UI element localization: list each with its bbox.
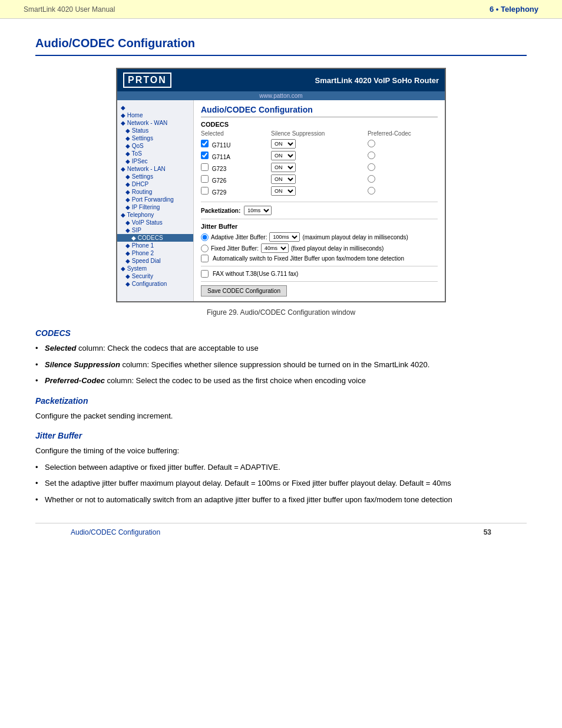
page-title: Audio/CODEC Configuration (35, 37, 527, 50)
fixed-jitter-label: Fixed Jitter Buffer: (211, 245, 259, 252)
sidebar-item-wan-settings[interactable]: ◆ Settings (117, 134, 193, 142)
fixed-jitter-select[interactable]: 40ms20ms60ms (261, 243, 289, 253)
fax-row: FAX without T.38(Use G.711 fax) (201, 270, 438, 278)
sidebar-item-routing[interactable]: ◆ Routing (117, 188, 193, 196)
jitter-bullet-1: Selection between adaptive or fixed jitt… (35, 462, 527, 473)
codec-g723-checkbox[interactable] (201, 163, 209, 171)
codec-row-g711u: G711U ONOFF (201, 138, 438, 150)
device-header: PRTON SmartLink 4020 VoIP SoHo Router (117, 69, 445, 91)
codec-g729-silence-select[interactable]: ONOFF (271, 186, 296, 196)
codec-g711a-preferred (368, 150, 438, 162)
codec-g723-preferred (368, 162, 438, 173)
sidebar-item-security[interactable]: ◆ Security (117, 272, 193, 280)
codec-g711a-check: G711A (201, 150, 271, 162)
sidebar-item-tos[interactable]: ◆ ToS (117, 150, 193, 157)
sidebar-item-voip-status[interactable]: ◆ VoIP Status (117, 219, 193, 226)
figure-caption: Figure 29. Audio/CODEC Configuration win… (35, 308, 527, 317)
jitter-body: Configure the timing of the voice buffer… (35, 445, 527, 457)
fax-label: FAX without T.38(Use G.711 fax) (213, 271, 298, 277)
auto-switch-checkbox[interactable] (201, 255, 209, 262)
save-codec-button[interactable]: Save CODEC Configuration (201, 285, 287, 297)
codec-g711a-silence: ONOFF (271, 150, 368, 162)
jitter-bullet-3: Whether or not to automatically switch f… (35, 494, 527, 506)
header-manual-title: SmartLink 4020 User Manual (24, 5, 115, 14)
codec-row-g711a: G711A ONOFF (201, 150, 438, 162)
sidebar-item-network-lan[interactable]: ◆ Network - LAN (117, 165, 193, 173)
sidebar-item-sip[interactable]: ◆ SIP (117, 226, 193, 234)
packetization-body: Configure the packet sending increment. (35, 410, 527, 422)
section-heading-codecs: CODECS (35, 328, 527, 338)
footer-right: 53 (484, 528, 491, 536)
codec-g711u-silence: ONOFF (271, 138, 368, 150)
jitter-bullet-list: Selection between adaptive or fixed jitt… (35, 462, 527, 506)
device-panel-title: Audio/CODEC Configuration (201, 105, 438, 117)
codec-g729-checkbox[interactable] (201, 187, 209, 195)
codec-g726-preferred (368, 173, 438, 185)
sidebar-item-ip-filtering[interactable]: ◆ IP Filtering (117, 203, 193, 211)
sidebar-item-configuration[interactable]: ◆ Configuration (117, 280, 193, 288)
sidebar-item-phone1[interactable]: ◆ Phone 1 (117, 242, 193, 249)
auto-switch-label: Automatically switch to Fixed Jitter Buf… (213, 255, 404, 262)
device-screenshot: PRTON SmartLink 4020 VoIP SoHo Router ww… (116, 68, 446, 302)
sidebar-item-status[interactable]: ◆ Status (117, 127, 193, 134)
jitter-divider (201, 266, 438, 266)
codec-g711u-checkbox[interactable] (201, 140, 209, 147)
sidebar-item-telephony[interactable]: ◆ Telephony (117, 211, 193, 219)
codecs-bullet-list: Selected column: Check the codecs that a… (35, 342, 527, 387)
adaptive-jitter-radio[interactable] (201, 233, 209, 241)
codec-g711a-silence-select[interactable]: ONOFF (271, 151, 296, 160)
sidebar-item-phone2[interactable]: ◆ Phone 2 (117, 249, 193, 257)
col-header-silence: Silence Suppression (271, 130, 368, 138)
sidebar-item-lan-settings[interactable]: ◆ Settings (117, 173, 193, 180)
codec-g723-radio[interactable] (368, 163, 375, 171)
adaptive-jitter-row: Adaptive Jitter Buffer: 100ms50ms200ms (… (201, 232, 438, 242)
codec-row-g723: G723 ONOFF (201, 162, 438, 173)
sidebar-item-system[interactable]: ◆ System (117, 265, 193, 272)
codec-row-g729: G729 ONOFF (201, 185, 438, 197)
codecs-divider (201, 202, 438, 202)
codec-g723-check: G723 (201, 162, 271, 173)
sidebar-item-port-forwarding[interactable]: ◆ Port Forwarding (117, 196, 193, 203)
fixed-jitter-suffix: (fixed playout delay in milliseconds) (291, 245, 384, 252)
sidebar-item-ipsec[interactable]: ◆ IPSec (117, 157, 193, 165)
packetization-select[interactable]: 10ms20ms30ms (244, 206, 272, 215)
codec-g726-silence-select[interactable]: ONOFF (271, 174, 296, 184)
codec-g726-radio[interactable] (368, 175, 375, 183)
device-product-title: SmartLink 4020 VoIP SoHo Router (315, 76, 439, 85)
device-sidebar: ◆ ◆ Home ◆ Network - WAN ◆ Status ◆ Sett… (117, 100, 194, 301)
sidebar-item-network-wan[interactable]: ◆ Network - WAN (117, 119, 193, 127)
sidebar-item-qos[interactable]: ◆ QoS (117, 142, 193, 150)
codec-g711u-silence-select[interactable]: ONOFF (271, 139, 296, 149)
fax-checkbox[interactable] (201, 270, 209, 278)
codec-g729-check: G729 (201, 185, 271, 197)
fixed-jitter-radio[interactable] (201, 245, 209, 252)
jitter-bullet-2: Set the adaptive jitter buffer maximum p… (35, 477, 527, 489)
codec-g729-radio[interactable] (368, 187, 375, 195)
col-header-preferred: Preferred-Codec (368, 130, 438, 138)
fax-divider (201, 281, 438, 282)
sidebar-item-home[interactable]: ◆ Home (117, 111, 193, 119)
device-main-panel: Audio/CODEC Configuration CODECS Selecte… (194, 100, 445, 301)
codecs-table: Selected Silence Suppression Preferred-C… (201, 130, 438, 197)
codec-g711u-check: G711U (201, 138, 271, 150)
footer-left: Audio/CODEC Configuration (71, 528, 160, 536)
sidebar-item-speed-dial[interactable]: ◆ Speed Dial (117, 257, 193, 265)
codec-g711a-checkbox[interactable] (201, 151, 209, 159)
bullet-preferred: Preferred-Codec column: Select the codec… (35, 375, 527, 387)
jitter-section-label: Jitter Buffer (201, 223, 438, 230)
codec-g723-silence-select[interactable]: ONOFF (271, 163, 296, 172)
page-footer: Audio/CODEC Configuration 53 (35, 523, 527, 541)
sidebar-item-codecs[interactable]: ◆ CODECS (117, 234, 193, 242)
section-heading-jitter: Jitter Buffer (35, 431, 527, 440)
auto-switch-row: Automatically switch to Fixed Jitter Buf… (201, 255, 438, 262)
codec-g726-check: G726 (201, 173, 271, 185)
device-logo: PRTON (123, 73, 171, 88)
adaptive-jitter-select[interactable]: 100ms50ms200ms (269, 232, 300, 242)
codec-g726-checkbox[interactable] (201, 175, 209, 183)
device-body: ◆ ◆ Home ◆ Network - WAN ◆ Status ◆ Sett… (117, 100, 445, 301)
codec-row-g726: G726 ONOFF (201, 173, 438, 185)
codec-g711u-radio[interactable] (368, 140, 375, 147)
codec-g711a-radio[interactable] (368, 151, 375, 159)
sidebar-item-dhcp[interactable]: ◆ DHCP (117, 180, 193, 188)
main-content: Audio/CODEC Configuration PRTON SmartLin… (0, 19, 562, 565)
